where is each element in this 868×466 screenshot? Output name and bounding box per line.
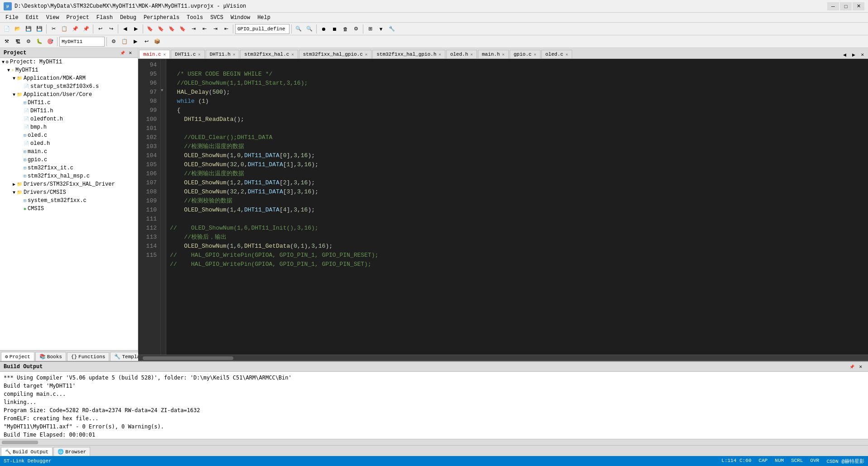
- code-tab-dht11h[interactable]: DHT11.h ✕: [206, 50, 240, 58]
- code-tab-oledc-close[interactable]: ✕: [565, 52, 568, 57]
- tb-settings-btn[interactable]: ⚙: [351, 24, 361, 34]
- tree-item-stm32-msp[interactable]: ⊞ stm32f1xx_hal_msp.c: [0, 172, 138, 180]
- tree-item-oledc[interactable]: ⊞ oled.c: [0, 131, 138, 139]
- build-panel-close-btn[interactable]: ✕: [857, 363, 864, 370]
- tb-bookmark4-btn[interactable]: 🔖: [178, 24, 188, 34]
- tb-bookmark3-btn[interactable]: 🔖: [167, 24, 177, 34]
- tree-item-mdk-arm[interactable]: ▼ 📁 Application/MDK-ARM: [0, 74, 138, 82]
- tree-item-cmsis-folder[interactable]: ▼ 📁 Drivers/CMSIS: [0, 188, 138, 197]
- tree-item-gpioc[interactable]: ⊞ gpio.c: [0, 156, 138, 164]
- code-tab-gpioc-close[interactable]: ✕: [534, 52, 536, 57]
- macro-dropdown[interactable]: GPIO_pull_define: [235, 24, 289, 34]
- tb-build-btn[interactable]: 🏗: [13, 37, 23, 47]
- project-dropdown[interactable]: MyDHT11: [59, 37, 105, 47]
- code-tab-hal[interactable]: stm32f1xx_hal.c ✕: [240, 50, 298, 58]
- code-tab-mainh[interactable]: main.h ✕: [478, 50, 509, 58]
- menu-help[interactable]: Help: [254, 14, 274, 22]
- code-tab-hal-gpio-close[interactable]: ✕: [365, 52, 367, 57]
- code-tab-hal-gpio-h[interactable]: stm32f1xx_hal_gpio.h ✕: [372, 50, 445, 58]
- code-tab-mainc-close[interactable]: ✕: [164, 52, 166, 57]
- project-tree[interactable]: ▼ ⚙ Project: MyDHT11 ▼ ⚡ MyDHT11 ▼ 📁 App…: [0, 58, 138, 350]
- code-editor[interactable]: 94 95 96 97 98 99 100 101 102 103 104 10…: [138, 59, 868, 355]
- menu-svcs[interactable]: SVCS: [207, 14, 227, 22]
- code-tab-gpioc[interactable]: gpio.c ✕: [510, 50, 540, 58]
- tree-item-cmsis[interactable]: ◆ CMSIS: [0, 205, 138, 213]
- tb-indent-inc-btn[interactable]: ⇥: [188, 24, 198, 34]
- tb-cut-btn[interactable]: ✂: [48, 24, 58, 34]
- tb-grid-btn[interactable]: ⊞: [365, 24, 375, 34]
- tabs-scroll-left-btn[interactable]: ◀: [841, 51, 848, 58]
- menu-project[interactable]: Project: [63, 14, 92, 22]
- code-tab-hal-close[interactable]: ✕: [291, 52, 294, 57]
- tb-code-tpl-btn[interactable]: 📋: [120, 37, 130, 47]
- menu-view[interactable]: View: [43, 14, 63, 22]
- tb-indent3-btn[interactable]: ⇥: [210, 24, 220, 34]
- code-tab-mainc[interactable]: main.c ✕: [139, 50, 170, 58]
- tree-item-bmp[interactable]: 📄 bmp.h: [0, 123, 138, 131]
- tb-wrench-btn[interactable]: 🔧: [387, 24, 397, 34]
- tb-paste-btn[interactable]: 📌: [70, 24, 80, 34]
- code-tab-dht11c-close[interactable]: ✕: [198, 52, 200, 57]
- code-tab-dht11c[interactable]: DHT11.c ✕: [171, 50, 205, 58]
- tabs-scroll-right-btn[interactable]: ▶: [850, 51, 857, 58]
- build-tab-browser[interactable]: 🌐 Browser: [53, 447, 90, 456]
- menu-tools[interactable]: Tools: [183, 14, 207, 22]
- build-tab-output[interactable]: 🔨 Build Output: [1, 447, 53, 456]
- tree-item-startup[interactable]: 📄 startup_stm32f103x6.s: [0, 82, 138, 91]
- menu-debug[interactable]: Debug: [116, 14, 140, 22]
- tree-item-system[interactable]: ⊞ system_stm32f1xx.c: [0, 197, 138, 205]
- lp-tab-functions[interactable]: {} Functions: [67, 352, 110, 361]
- build-hscroll-thumb[interactable]: [2, 441, 38, 444]
- tb-grid-dropdown-btn[interactable]: ▼: [376, 24, 386, 34]
- tb-indent-dec-btn[interactable]: ⇤: [199, 24, 209, 34]
- tree-item-stm32-it[interactable]: ⊞ stm32f1xx_it.c: [0, 164, 138, 172]
- tb-search1-btn[interactable]: 🔍: [294, 24, 304, 34]
- tb-manage-btn[interactable]: ⚙: [109, 37, 119, 47]
- tree-item-dht11c[interactable]: ⊞ DHT11.c: [0, 99, 138, 107]
- tb-build-target-btn[interactable]: ⚒: [2, 37, 12, 47]
- tb-debug-btn[interactable]: 🐛: [34, 37, 44, 47]
- menu-peripherals[interactable]: Peripherals: [140, 14, 183, 22]
- minimize-button[interactable]: ─: [827, 2, 839, 10]
- code-hscroll[interactable]: [138, 355, 868, 361]
- build-hscroll[interactable]: [0, 439, 868, 445]
- lp-tab-project[interactable]: ⚙ Project: [1, 352, 34, 361]
- tb-nav-fwd-btn[interactable]: ▶: [131, 24, 141, 34]
- tb-search2-btn[interactable]: 🔍: [304, 24, 314, 34]
- code-tab-oledc[interactable]: oled.c ✕: [541, 50, 572, 58]
- tb-bookmark2-btn[interactable]: 🔖: [156, 24, 166, 34]
- tb-translate-btn[interactable]: ⚙: [24, 37, 34, 47]
- tb-save-btn[interactable]: 💾: [24, 24, 34, 34]
- maximize-button[interactable]: □: [840, 2, 852, 10]
- tree-item-project[interactable]: ▼ ⚙ Project: MyDHT11: [0, 58, 138, 66]
- tb-copy-btn[interactable]: 📋: [59, 24, 69, 34]
- tree-item-oledh[interactable]: 📄 oled.h: [0, 139, 138, 148]
- menu-file[interactable]: File: [2, 14, 22, 22]
- tb-save-all-btn[interactable]: 💾: [34, 24, 44, 34]
- tree-item-oledfont[interactable]: 📄 oledfont.h: [0, 115, 138, 123]
- tb-open-btn[interactable]: 📂: [13, 24, 23, 34]
- menu-edit[interactable]: Edit: [22, 14, 43, 22]
- code-hscroll-thumb[interactable]: [143, 356, 233, 360]
- tb-target-btn[interactable]: 🎯: [45, 37, 55, 47]
- tb-new-btn[interactable]: 📄: [2, 24, 12, 34]
- tree-item-mydht11[interactable]: ▼ ⚡ MyDHT11: [0, 66, 138, 74]
- tb-redo-btn[interactable]: ↪: [106, 24, 116, 34]
- lp-tab-books[interactable]: 📚 Books: [35, 352, 66, 361]
- menu-flash[interactable]: Flash: [93, 14, 116, 22]
- code-tab-mainh-close[interactable]: ✕: [502, 52, 504, 57]
- tree-item-hal-driver[interactable]: ▶ 📁 Drivers/STM32F1xx_HAL_Driver: [0, 180, 138, 188]
- tree-item-mainc[interactable]: ⊞ main.c: [0, 148, 138, 156]
- tb-bookmark-btn[interactable]: 🔖: [145, 24, 155, 34]
- tree-item-dht11h[interactable]: 📄 DHT11.h: [0, 107, 138, 115]
- tb-paste2-btn[interactable]: 📌: [81, 24, 91, 34]
- tb-indent4-btn[interactable]: ⇤: [221, 24, 231, 34]
- tb-ext-btn[interactable]: 📦: [152, 37, 162, 47]
- code-tab-oledh-close[interactable]: ✕: [470, 52, 473, 57]
- tb-undo-btn[interactable]: ↩: [95, 24, 105, 34]
- tb-run-btn[interactable]: ▶: [130, 37, 140, 47]
- panel-close-btn[interactable]: ✕: [127, 49, 134, 57]
- code-tab-hal-gpio[interactable]: stm32f1xx_hal_gpio.c ✕: [299, 50, 371, 58]
- code-tab-hal-gpio-h-close[interactable]: ✕: [439, 52, 441, 57]
- code-content[interactable]: /* USER CODE BEGIN WHILE */ //OLED_ShowN…: [166, 59, 868, 355]
